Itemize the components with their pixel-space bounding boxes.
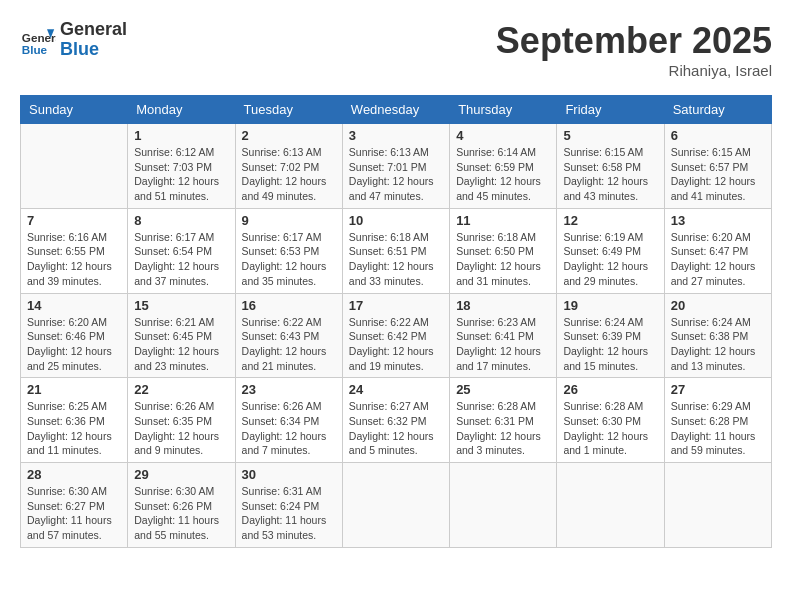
- calendar-cell: 17Sunrise: 6:22 AMSunset: 6:42 PMDayligh…: [342, 293, 449, 378]
- calendar-cell: [450, 463, 557, 548]
- calendar-cell: 19Sunrise: 6:24 AMSunset: 6:39 PMDayligh…: [557, 293, 664, 378]
- calendar-cell: [557, 463, 664, 548]
- logo-icon: General Blue: [20, 22, 56, 58]
- location: Rihaniya, Israel: [496, 62, 772, 79]
- day-number: 27: [671, 382, 765, 397]
- day-info: Sunrise: 6:26 AMSunset: 6:35 PMDaylight:…: [134, 399, 228, 458]
- day-number: 20: [671, 298, 765, 313]
- day-info: Sunrise: 6:22 AMSunset: 6:42 PMDaylight:…: [349, 315, 443, 374]
- day-info: Sunrise: 6:22 AMSunset: 6:43 PMDaylight:…: [242, 315, 336, 374]
- calendar-cell: [21, 124, 128, 209]
- day-number: 30: [242, 467, 336, 482]
- day-number: 15: [134, 298, 228, 313]
- month-title: September 2025 Rihaniya, Israel: [496, 20, 772, 79]
- day-number: 9: [242, 213, 336, 228]
- day-number: 8: [134, 213, 228, 228]
- calendar-cell: 30Sunrise: 6:31 AMSunset: 6:24 PMDayligh…: [235, 463, 342, 548]
- day-info: Sunrise: 6:13 AMSunset: 7:02 PMDaylight:…: [242, 145, 336, 204]
- calendar-cell: 4Sunrise: 6:14 AMSunset: 6:59 PMDaylight…: [450, 124, 557, 209]
- day-info: Sunrise: 6:27 AMSunset: 6:32 PMDaylight:…: [349, 399, 443, 458]
- day-info: Sunrise: 6:16 AMSunset: 6:55 PMDaylight:…: [27, 230, 121, 289]
- day-number: 13: [671, 213, 765, 228]
- day-number: 1: [134, 128, 228, 143]
- day-info: Sunrise: 6:20 AMSunset: 6:47 PMDaylight:…: [671, 230, 765, 289]
- day-number: 17: [349, 298, 443, 313]
- calendar-cell: 16Sunrise: 6:22 AMSunset: 6:43 PMDayligh…: [235, 293, 342, 378]
- day-number: 21: [27, 382, 121, 397]
- day-info: Sunrise: 6:17 AMSunset: 6:53 PMDaylight:…: [242, 230, 336, 289]
- day-number: 11: [456, 213, 550, 228]
- calendar-cell: [342, 463, 449, 548]
- day-number: 29: [134, 467, 228, 482]
- day-number: 26: [563, 382, 657, 397]
- calendar-cell: 13Sunrise: 6:20 AMSunset: 6:47 PMDayligh…: [664, 208, 771, 293]
- week-row-2: 7Sunrise: 6:16 AMSunset: 6:55 PMDaylight…: [21, 208, 772, 293]
- day-info: Sunrise: 6:24 AMSunset: 6:38 PMDaylight:…: [671, 315, 765, 374]
- calendar-cell: 8Sunrise: 6:17 AMSunset: 6:54 PMDaylight…: [128, 208, 235, 293]
- week-row-5: 28Sunrise: 6:30 AMSunset: 6:27 PMDayligh…: [21, 463, 772, 548]
- week-row-4: 21Sunrise: 6:25 AMSunset: 6:36 PMDayligh…: [21, 378, 772, 463]
- day-number: 16: [242, 298, 336, 313]
- day-number: 22: [134, 382, 228, 397]
- calendar-cell: 28Sunrise: 6:30 AMSunset: 6:27 PMDayligh…: [21, 463, 128, 548]
- calendar-cell: 3Sunrise: 6:13 AMSunset: 7:01 PMDaylight…: [342, 124, 449, 209]
- day-info: Sunrise: 6:28 AMSunset: 6:31 PMDaylight:…: [456, 399, 550, 458]
- day-info: Sunrise: 6:19 AMSunset: 6:49 PMDaylight:…: [563, 230, 657, 289]
- day-info: Sunrise: 6:28 AMSunset: 6:30 PMDaylight:…: [563, 399, 657, 458]
- calendar-cell: 29Sunrise: 6:30 AMSunset: 6:26 PMDayligh…: [128, 463, 235, 548]
- day-number: 25: [456, 382, 550, 397]
- day-number: 4: [456, 128, 550, 143]
- calendar-cell: 27Sunrise: 6:29 AMSunset: 6:28 PMDayligh…: [664, 378, 771, 463]
- day-info: Sunrise: 6:18 AMSunset: 6:50 PMDaylight:…: [456, 230, 550, 289]
- calendar-cell: 1Sunrise: 6:12 AMSunset: 7:03 PMDaylight…: [128, 124, 235, 209]
- logo: General Blue General Blue: [20, 20, 127, 60]
- day-info: Sunrise: 6:12 AMSunset: 7:03 PMDaylight:…: [134, 145, 228, 204]
- day-info: Sunrise: 6:15 AMSunset: 6:58 PMDaylight:…: [563, 145, 657, 204]
- calendar-cell: 23Sunrise: 6:26 AMSunset: 6:34 PMDayligh…: [235, 378, 342, 463]
- day-number: 23: [242, 382, 336, 397]
- calendar-cell: 6Sunrise: 6:15 AMSunset: 6:57 PMDaylight…: [664, 124, 771, 209]
- column-header-tuesday: Tuesday: [235, 96, 342, 124]
- day-info: Sunrise: 6:25 AMSunset: 6:36 PMDaylight:…: [27, 399, 121, 458]
- day-number: 7: [27, 213, 121, 228]
- day-number: 6: [671, 128, 765, 143]
- month-year: September 2025: [496, 20, 772, 62]
- calendar-cell: 18Sunrise: 6:23 AMSunset: 6:41 PMDayligh…: [450, 293, 557, 378]
- calendar-cell: 5Sunrise: 6:15 AMSunset: 6:58 PMDaylight…: [557, 124, 664, 209]
- week-row-1: 1Sunrise: 6:12 AMSunset: 7:03 PMDaylight…: [21, 124, 772, 209]
- column-header-wednesday: Wednesday: [342, 96, 449, 124]
- day-info: Sunrise: 6:21 AMSunset: 6:45 PMDaylight:…: [134, 315, 228, 374]
- svg-text:Blue: Blue: [22, 42, 48, 55]
- day-info: Sunrise: 6:13 AMSunset: 7:01 PMDaylight:…: [349, 145, 443, 204]
- day-info: Sunrise: 6:31 AMSunset: 6:24 PMDaylight:…: [242, 484, 336, 543]
- calendar-cell: 11Sunrise: 6:18 AMSunset: 6:50 PMDayligh…: [450, 208, 557, 293]
- calendar-cell: 15Sunrise: 6:21 AMSunset: 6:45 PMDayligh…: [128, 293, 235, 378]
- day-info: Sunrise: 6:26 AMSunset: 6:34 PMDaylight:…: [242, 399, 336, 458]
- calendar-cell: 26Sunrise: 6:28 AMSunset: 6:30 PMDayligh…: [557, 378, 664, 463]
- calendar-cell: [664, 463, 771, 548]
- day-number: 3: [349, 128, 443, 143]
- day-info: Sunrise: 6:17 AMSunset: 6:54 PMDaylight:…: [134, 230, 228, 289]
- calendar-cell: 21Sunrise: 6:25 AMSunset: 6:36 PMDayligh…: [21, 378, 128, 463]
- day-info: Sunrise: 6:30 AMSunset: 6:27 PMDaylight:…: [27, 484, 121, 543]
- calendar-cell: 20Sunrise: 6:24 AMSunset: 6:38 PMDayligh…: [664, 293, 771, 378]
- calendar-cell: 24Sunrise: 6:27 AMSunset: 6:32 PMDayligh…: [342, 378, 449, 463]
- day-number: 12: [563, 213, 657, 228]
- calendar-table: SundayMondayTuesdayWednesdayThursdayFrid…: [20, 95, 772, 548]
- header-row: SundayMondayTuesdayWednesdayThursdayFrid…: [21, 96, 772, 124]
- day-info: Sunrise: 6:30 AMSunset: 6:26 PMDaylight:…: [134, 484, 228, 543]
- day-number: 24: [349, 382, 443, 397]
- day-info: Sunrise: 6:23 AMSunset: 6:41 PMDaylight:…: [456, 315, 550, 374]
- week-row-3: 14Sunrise: 6:20 AMSunset: 6:46 PMDayligh…: [21, 293, 772, 378]
- day-info: Sunrise: 6:18 AMSunset: 6:51 PMDaylight:…: [349, 230, 443, 289]
- page-header: General Blue General Blue September 2025…: [20, 20, 772, 79]
- calendar-cell: 2Sunrise: 6:13 AMSunset: 7:02 PMDaylight…: [235, 124, 342, 209]
- day-number: 18: [456, 298, 550, 313]
- column-header-monday: Monday: [128, 96, 235, 124]
- logo-text: General Blue: [60, 20, 127, 60]
- day-info: Sunrise: 6:14 AMSunset: 6:59 PMDaylight:…: [456, 145, 550, 204]
- column-header-saturday: Saturday: [664, 96, 771, 124]
- day-info: Sunrise: 6:15 AMSunset: 6:57 PMDaylight:…: [671, 145, 765, 204]
- day-number: 10: [349, 213, 443, 228]
- calendar-cell: 7Sunrise: 6:16 AMSunset: 6:55 PMDaylight…: [21, 208, 128, 293]
